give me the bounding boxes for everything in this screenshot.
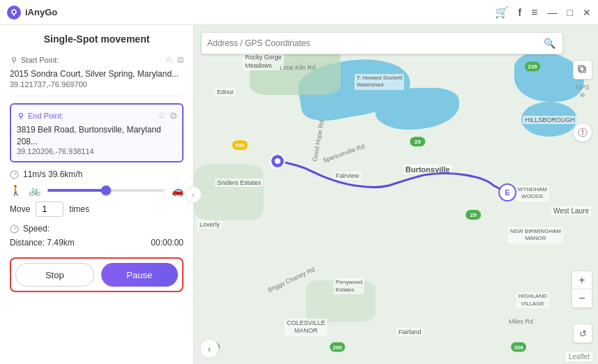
svg-point-0 [12,10,16,14]
label-miles-rd: Miles Rd [507,317,535,326]
gps-label: GPS⊕ [573,84,592,99]
action-buttons: Stop Pause [10,257,184,292]
svg-text:650: 650 [235,142,245,149]
speed-label-row: Speed: [10,224,184,234]
times-label: times [69,204,89,214]
car-icon[interactable]: 🚗 [172,185,184,196]
start-coords: 39.121737,-76.969700 [10,80,184,89]
compass-button[interactable] [573,123,592,142]
speed-slider[interactable] [47,189,165,192]
label-highland: HIGHLANDVILLAGE [516,292,549,308]
speed-display-row: 11m/s 39.6km/h [10,169,184,179]
map-search-bar: 🔍 [201,32,563,54]
start-star-icon[interactable]: ☆ [165,54,173,66]
svg-rect-14 [232,140,248,150]
cart-icon[interactable]: 🛒 [495,6,509,19]
distance-label: Distance: 7.49km [10,238,75,248]
map-search-button[interactable]: 🔍 [542,36,557,50]
back-button[interactable]: ‹ [200,339,219,358]
pause-button[interactable]: Pause [101,263,179,287]
svg-rect-24 [330,342,345,352]
svg-line-9 [15,227,17,229]
transport-row: 🚶 🚲 🚗 [10,185,184,196]
map-search-input[interactable] [207,38,538,48]
svg-text:29: 29 [414,139,421,145]
window-controls: 🛒 f ≡ — □ ✕ [495,6,591,19]
menu-icon[interactable]: ≡ [531,6,537,19]
speed-value: 11m/s 39.6km/h [23,169,82,179]
logo-icon [7,6,21,20]
map-right-controls: GPS⊕ [573,60,592,99]
left-panel: Single-Spot movement Start Point: ☆ ⧉ 20… [0,25,194,364]
svg-point-4 [20,113,23,116]
label-west-laurel: West Laure [551,206,591,215]
map-background: Fulton Scaggsville Burtonsville HILLSBOR… [194,25,598,364]
refresh-button[interactable]: ↺ [573,324,592,343]
label-spencerville-rd: Spencerville Rd [320,142,368,166]
end-address: 3819 Bell Road, Burtonsville, Maryland 2… [17,124,177,148]
zoom-out-button[interactable]: − [572,289,592,308]
bike-icon[interactable]: 🚲 [29,185,40,196]
start-address: 2015 Sondra Court, Silver Spring, Maryla… [10,68,184,80]
compass-control [573,123,592,142]
start-copy-icon[interactable]: ⧉ [177,54,184,66]
move-times-row: Move times [10,202,184,217]
app-name: iAnyGo [25,7,57,17]
svg-point-12 [499,184,516,201]
svg-point-11 [275,158,281,164]
label-fairview: Fairview [334,172,361,180]
svg-text:200: 200 [333,344,343,351]
close-icon[interactable]: ✕ [583,7,591,18]
svg-text:306: 306 [514,344,524,351]
svg-text:29: 29 [470,212,477,218]
speed2-label: Speed: [23,224,50,234]
speed2-icon [10,225,19,234]
speed-icon [10,170,19,179]
svg-line-7 [15,173,17,175]
map-area[interactable]: Fulton Scaggsville Burtonsville HILLSBOR… [194,25,598,364]
panel-title: Single-Spot movement [10,33,184,45]
end-star-icon[interactable]: ☆ [158,110,166,121]
label-wyndham: WYNDHAMWOODS [516,185,549,202]
start-point-label: Start Point: ☆ ⧉ [10,54,184,66]
map-zoom-controls: + − [571,271,592,308]
label-fairland: Fairland [396,328,424,336]
move-count-input[interactable] [36,202,63,217]
end-point-label: End Point: ☆ ⧉ [17,110,177,121]
maximize-icon[interactable]: □ [567,7,573,18]
facebook-icon[interactable]: f [518,7,522,18]
svg-marker-31 [582,129,584,132]
start-point-field: Start Point: ☆ ⧉ 2015 Sondra Court, Silv… [10,54,184,96]
label-ednor: Ednor [215,88,236,96]
distance-row: Distance: 7.49km 00:00:00 [10,238,184,248]
leaflet-attribution: Leaflet [566,352,592,361]
svg-rect-28 [580,67,585,73]
label-burtonsville: Burtonsville [403,165,452,174]
collapse-panel-button[interactable]: ‹ [185,186,202,203]
minimize-icon[interactable]: — [548,7,558,18]
svg-text:E: E [505,188,510,197]
svg-rect-16 [465,210,481,220]
copy-location-button[interactable] [573,60,592,79]
app-logo: iAnyGo [7,6,57,20]
svg-marker-32 [582,132,584,136]
zoom-in-button[interactable]: + [572,271,592,289]
svg-rect-29 [578,66,584,71]
svg-point-10 [271,154,285,168]
title-bar: iAnyGo 🛒 f ≡ — □ ✕ [0,0,598,25]
end-copy-icon[interactable]: ⧉ [170,110,177,121]
svg-rect-26 [511,342,526,352]
label-new-birmingham: NEW BIRMINGHAMMANOR [508,227,563,243]
svg-point-2 [13,58,16,61]
time-value: 00:00:00 [151,238,184,248]
end-coords: 39.120206,-76.938114 [17,147,177,156]
refresh-location-control: ↺ [573,324,592,343]
label-loverly: Loverly [197,220,222,229]
end-point-field: End Point: ☆ ⧉ 3819 Bell Road, Burtonsvi… [10,103,184,163]
move-label: Move [10,204,30,214]
walk-icon[interactable]: 🚶 [10,185,22,196]
label-good-hope-rd: Good Hope Rd [310,117,326,164]
stop-button[interactable]: Stop [15,263,94,287]
svg-rect-18 [410,137,425,146]
main-content: Single-Spot movement Start Point: ☆ ⧉ 20… [0,25,598,364]
